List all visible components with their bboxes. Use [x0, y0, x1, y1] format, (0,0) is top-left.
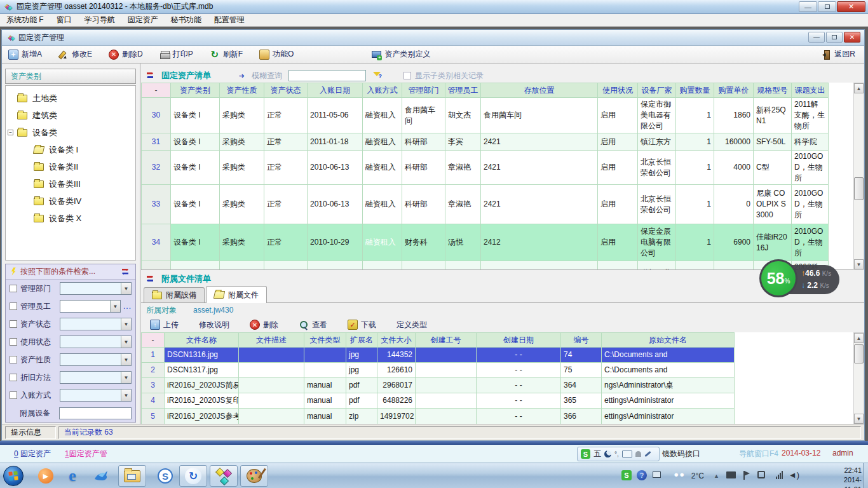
data-cell[interactable] [171, 261, 220, 271]
show-subcategory-checkbox[interactable] [403, 72, 411, 79]
data-cell[interactable]: ettings\Administrator [602, 393, 735, 409]
fuzzy-search-input[interactable] [288, 70, 366, 81]
data-cell[interactable]: iR2016J_2020JS复印指南. [165, 393, 239, 409]
data-cell[interactable]: 正常 [264, 98, 308, 133]
data-cell[interactable]: 设备类 I [171, 151, 220, 185]
file-table-scrollbar[interactable]: ▲ ▼ [853, 332, 864, 424]
chevron-down-icon[interactable]: ▼ [121, 354, 131, 365]
ime-mode-wubi[interactable]: 五 [593, 449, 601, 459]
data-cell[interactable]: manual [304, 378, 346, 393]
table-row[interactable]: 30设备类 I采购类正常2011-05-06融资租入食用菌车间胡文杰食用菌车间启… [142, 98, 829, 133]
depreciation-select[interactable]: ▼ [60, 371, 132, 384]
data-cell[interactable]: 采购类 [220, 185, 264, 224]
punctuation-icon[interactable]: °, [614, 451, 619, 458]
swap-icon[interactable] [146, 274, 156, 283]
child-minimize-button[interactable]: — [808, 32, 825, 43]
data-cell[interactable]: 科学院 [792, 133, 829, 151]
data-cell[interactable]: 采购类 [220, 133, 264, 151]
data-cell[interactable]: 2010GOD，生物所 [792, 224, 829, 261]
data-cell[interactable]: - - [477, 363, 561, 378]
data-cell[interactable]: iR2016J_2020JS简易操作 [165, 378, 239, 393]
booking-checkbox[interactable] [10, 391, 17, 399]
nature-select[interactable]: ▼ [60, 353, 132, 366]
column-header[interactable]: 购置单价 [714, 83, 754, 98]
depreciation-checkbox[interactable] [10, 374, 17, 381]
temperature-readout[interactable]: 2°C [691, 471, 704, 480]
data-cell[interactable]: C:\Documents and [602, 363, 735, 378]
data-cell[interactable]: 144352 [377, 348, 416, 363]
display-icon[interactable] [726, 471, 736, 478]
column-header[interactable]: 资产性质 [220, 83, 264, 98]
row-number-cell[interactable]: 3 [142, 378, 165, 393]
data-cell[interactable] [416, 409, 477, 424]
row-number-cell[interactable]: 30 [142, 98, 171, 133]
taskbar-sogou[interactable]: S [151, 465, 179, 487]
row-number-cell[interactable]: 1 [142, 348, 165, 363]
attached-device-input[interactable] [59, 407, 132, 419]
data-cell[interactable]: 启用 [598, 185, 638, 224]
data-cell[interactable]: 2421 [481, 185, 598, 224]
data-cell[interactable]: pdf [346, 393, 377, 409]
table-row[interactable]: 4iR2016J_2020JS复印指南.manualpdf6488226- -3… [142, 393, 735, 409]
data-cell[interactable]: 1 [676, 185, 714, 224]
column-header[interactable]: 资产状态 [264, 83, 308, 98]
data-cell[interactable]: 北京长恒荣创公司 [638, 185, 676, 224]
row-number-cell[interactable]: 34 [142, 224, 171, 261]
child-restore-button[interactable] [826, 32, 843, 43]
weather-dots-icon[interactable]: ●● [674, 470, 685, 479]
tab-attached-devices[interactable]: 附屬設備 [144, 287, 205, 302]
data-cell[interactable]: 设备类 I [171, 185, 220, 224]
taskbar-internet-explorer[interactable]: e [58, 465, 86, 487]
data-cell[interactable]: 4000 [714, 151, 754, 185]
scroll-down-arrow[interactable]: ▼ [854, 259, 864, 269]
data-cell[interactable]: 采购类 [220, 98, 264, 133]
staff-checkbox[interactable] [10, 302, 17, 310]
data-cell[interactable]: 启用 [598, 98, 638, 133]
column-header[interactable]: 课题支出 [792, 83, 829, 98]
taskbar-file-explorer[interactable] [118, 465, 146, 487]
table-row[interactable]: 1DSCN1316.jpgjpg144352- -74C:\Documents … [142, 348, 735, 363]
column-header[interactable]: 扩展名 [346, 333, 377, 348]
menu-system[interactable]: 系统功能 F [0, 14, 50, 26]
data-cell[interactable]: 食用菌车间 [402, 98, 445, 133]
data-cell[interactable] [445, 261, 481, 271]
menu-config[interactable]: 配置管理 [208, 14, 251, 26]
data-cell[interactable]: 2010-06-13 [308, 151, 363, 185]
data-cell[interactable]: 保定市御美电器有限公司 [638, 98, 676, 133]
nature-checkbox[interactable] [10, 356, 17, 363]
data-cell[interactable] [416, 363, 477, 378]
refresh-button[interactable]: ↻刷新F [210, 49, 243, 60]
data-cell[interactable]: 2010-06-13 [308, 185, 363, 224]
chevron-down-icon[interactable]: ▼ [121, 336, 131, 348]
data-cell[interactable]: DSCN1316.jpg [165, 348, 239, 363]
table-row[interactable]: 33设备类 I采购类正常2010-06-13融资租入科研部章淑艳2421启用北京… [142, 185, 829, 224]
data-cell[interactable]: 2010GOD，生物所 [792, 151, 829, 185]
data-cell[interactable] [239, 409, 304, 424]
dept-select[interactable]: ▼ [60, 282, 132, 295]
data-cell[interactable]: 1 [676, 98, 714, 133]
chevron-down-icon[interactable]: ▼ [121, 318, 131, 330]
column-header[interactable]: 管理员工 [445, 83, 481, 98]
data-cell[interactable]: 章淑艳 [445, 151, 481, 185]
memory-percent-ball[interactable]: 58 % [759, 259, 797, 297]
data-cell[interactable]: 75 [561, 363, 602, 378]
data-cell[interactable]: jpg [346, 363, 377, 378]
tree-item-equipment-1[interactable]: 设备类 I [6, 141, 135, 158]
data-cell[interactable]: 6900 [714, 224, 754, 261]
modify-button[interactable]: 修改E [58, 49, 92, 60]
data-cell[interactable]: manual [304, 393, 346, 409]
data-cell[interactable]: 正常 [264, 133, 308, 151]
column-header[interactable]: 创建日期 [477, 333, 561, 348]
data-cell[interactable]: pdf [346, 378, 377, 393]
define-type-button[interactable]: 定义类型 [397, 320, 427, 330]
data-cell[interactable]: zip [346, 409, 377, 424]
data-cell[interactable] [304, 348, 346, 363]
data-cell[interactable]: 章淑艳 [445, 185, 481, 224]
data-cell[interactable]: - - [477, 393, 561, 409]
scroll-up-arrow[interactable]: ▲ [854, 333, 864, 343]
column-header[interactable]: 入账日期 [308, 83, 363, 98]
chevron-down-icon[interactable]: ▼ [121, 283, 131, 294]
chevron-down-icon[interactable]: ▼ [110, 301, 120, 312]
data-cell[interactable]: 汤悦 [445, 224, 481, 261]
booking-select[interactable]: ▼ [60, 389, 132, 402]
